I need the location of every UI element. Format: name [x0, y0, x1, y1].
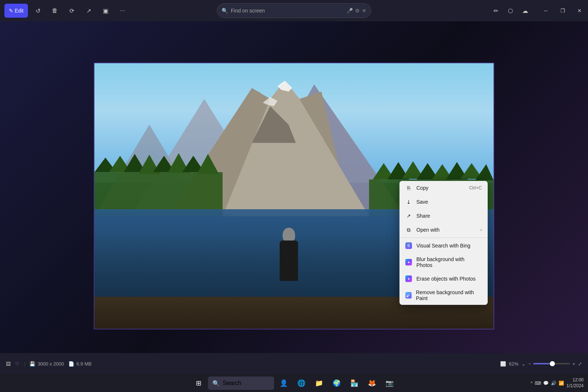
copy-label: Copy	[416, 185, 429, 191]
settings-icon[interactable]: ⚙	[355, 8, 360, 14]
hex-icon[interactable]: ⬡	[503, 4, 517, 18]
search-bar: 🔍 Find on screen 🎤 ⚙ ✕	[217, 3, 371, 18]
taskbar-right: ^ ⌨ 💬 🔊 📶 12:00 1/1/2024	[531, 377, 584, 389]
undo-button[interactable]: ↺	[31, 4, 45, 18]
search-icon: 🔍	[222, 8, 228, 14]
save-menu-item[interactable]: ⤓ Save	[399, 195, 488, 209]
share-icon: ↗	[405, 213, 412, 219]
delete-button[interactable]: 🗑	[48, 4, 62, 18]
share-label: Share	[416, 213, 430, 219]
paint-icon: 🖌	[405, 292, 412, 299]
open-with-menu-item[interactable]: ⧉ Open with ›	[399, 223, 488, 237]
search-bar-controls: 🎤 ⚙ ✕	[347, 8, 366, 14]
open-with-icon: ⧉	[405, 227, 412, 233]
statusbar: 🖼 ♡ | 💾 3000 x 2000 📄 6.9 MB ⬜ 62% ⌄ − +…	[0, 353, 588, 374]
start-button[interactable]: ⊞	[190, 375, 207, 391]
search-input[interactable]: Find on screen	[231, 8, 344, 14]
remove-background-label: Remove background with Paint	[416, 289, 482, 301]
taskbar: ⊞ 🔍 Search 👤 🌐 📁 🌍 🏪 🦊 📷 ^ ⌨ 💬 🔊 📶 12:00…	[0, 374, 588, 392]
date-display: 1/1/2024	[566, 383, 584, 389]
windows-icon: ⊞	[196, 379, 201, 387]
time-display: 12:00	[566, 377, 584, 383]
cloud-icon[interactable]: ☁	[518, 4, 532, 18]
keyboard-icon[interactable]: ⌨	[535, 381, 541, 386]
taskbar-search-label: Search	[223, 380, 241, 386]
figure-body	[280, 240, 298, 281]
close-search-icon[interactable]: ✕	[362, 8, 366, 14]
visual-search-menu-item[interactable]: B Visual Search with Bing	[399, 239, 488, 253]
rotate-button[interactable]: ⟳	[65, 4, 79, 18]
status-divider-1: |	[24, 361, 25, 367]
save-icon: ⤓	[405, 199, 412, 205]
save-label: Save	[416, 199, 428, 205]
svg-marker-26	[475, 164, 494, 180]
filesize-icon: 📄	[68, 361, 74, 367]
wifi-icon[interactable]: 📶	[559, 381, 564, 386]
dimensions-value: 3000 x 2000	[37, 361, 64, 367]
zoom-thumb[interactable]	[550, 361, 555, 366]
taskbar-app-user[interactable]: 👤	[276, 375, 292, 391]
microphone-icon[interactable]: 🎤	[347, 8, 353, 14]
zoom-slider[interactable]: − +	[528, 361, 575, 367]
person-figure	[274, 222, 304, 281]
edit-button[interactable]: ✎ Edit	[4, 4, 28, 18]
taskbar-app-files[interactable]: 📁	[311, 375, 327, 391]
zoom-minus-icon[interactable]: −	[528, 361, 531, 367]
dropdown-icon[interactable]: ⌄	[521, 361, 526, 367]
file-size-display: 📄 6.9 MB	[68, 361, 92, 367]
blur-background-menu-item[interactable]: ✦ Blur background with Photos	[399, 253, 488, 272]
more-button[interactable]: ···	[115, 4, 129, 18]
system-clock[interactable]: 12:00 1/1/2024	[566, 377, 584, 389]
copy-menu-item[interactable]: ⎘ Copy Ctrl+C	[399, 181, 488, 195]
copy-shortcut: Ctrl+C	[469, 185, 482, 190]
open-with-label: Open with	[416, 227, 440, 233]
taskbar-search[interactable]: 🔍 Search	[208, 377, 274, 390]
zoom-track[interactable]	[533, 363, 570, 364]
titlebar-right-icons: ✏ ⬡ ☁	[489, 4, 532, 18]
menu-separator	[399, 238, 488, 238]
taskbar-app-browser[interactable]: 🦊	[364, 375, 380, 391]
maximize-button[interactable]: ❐	[554, 0, 571, 21]
system-tray-icon-up[interactable]: ^	[531, 381, 533, 386]
blur-background-label: Blur background with Photos	[416, 256, 482, 268]
taskbar-app-edge[interactable]: 🌍	[329, 375, 345, 391]
main-image-area: ⎘ Copy Ctrl+C ⤓ Save ↗ Share ⧉ Open with…	[0, 21, 588, 371]
image-frame: ⎘ Copy Ctrl+C ⤓ Save ↗ Share ⧉ Open with…	[94, 63, 494, 329]
taskbar-app-store[interactable]: 🏪	[346, 375, 362, 391]
remove-background-menu-item[interactable]: 🖌 Remove background with Paint	[399, 286, 488, 305]
copy-icon: ⎘	[405, 185, 412, 191]
zoom-plus-icon[interactable]: +	[572, 361, 575, 367]
figure-head	[283, 228, 295, 242]
filesize-value: 6.9 MB	[76, 361, 92, 367]
window-controls: ─ ❐ ✕	[537, 0, 588, 21]
context-menu: ⎘ Copy Ctrl+C ⤓ Save ↗ Share ⧉ Open with…	[399, 181, 488, 305]
image-icon-status: 🖼	[6, 361, 11, 367]
minimize-button[interactable]: ─	[537, 0, 554, 21]
heart-icon-status[interactable]: ♡	[15, 361, 19, 367]
frame-button[interactable]: ▣	[98, 4, 112, 18]
screen-icon[interactable]: ⬜	[500, 361, 506, 367]
taskbar-app-photos[interactable]: 📷	[381, 375, 398, 391]
dimensions-display: 💾 3000 x 2000	[29, 361, 64, 367]
expand-icon[interactable]: ⤢	[578, 361, 582, 367]
photos-erase-icon: ✦	[405, 275, 412, 282]
chat-icon[interactable]: 💬	[543, 381, 549, 386]
speaker-icon[interactable]: 🔊	[551, 381, 556, 386]
disk-icon: 💾	[29, 361, 35, 367]
taskbar-app-web[interactable]: 🌐	[293, 375, 309, 391]
photos-blur-icon: ✦	[405, 259, 412, 266]
submenu-arrow-icon: ›	[480, 227, 482, 232]
erase-objects-menu-item[interactable]: ✦ Erase objects with Photos	[399, 272, 488, 286]
share-menu-item[interactable]: ↗ Share	[399, 209, 488, 223]
bing-icon: B	[405, 242, 412, 249]
share-toolbar-button[interactable]: ↗	[82, 4, 96, 18]
zoom-control: ⬜ 62% ⌄ − + ⤢	[500, 361, 582, 367]
visual-search-label: Visual Search with Bing	[416, 243, 470, 249]
zoom-filled	[533, 363, 550, 364]
taskbar-search-icon: 🔍	[212, 380, 220, 387]
zoom-level-value: 62%	[509, 361, 519, 367]
close-button[interactable]: ✕	[571, 0, 588, 21]
erase-objects-label: Erase objects with Photos	[416, 276, 476, 282]
titlebar: ✎ Edit ↺ 🗑 ⟳ ↗ ▣ ··· 🔍 Find on screen 🎤 …	[0, 0, 588, 21]
pen-icon[interactable]: ✏	[489, 4, 503, 18]
